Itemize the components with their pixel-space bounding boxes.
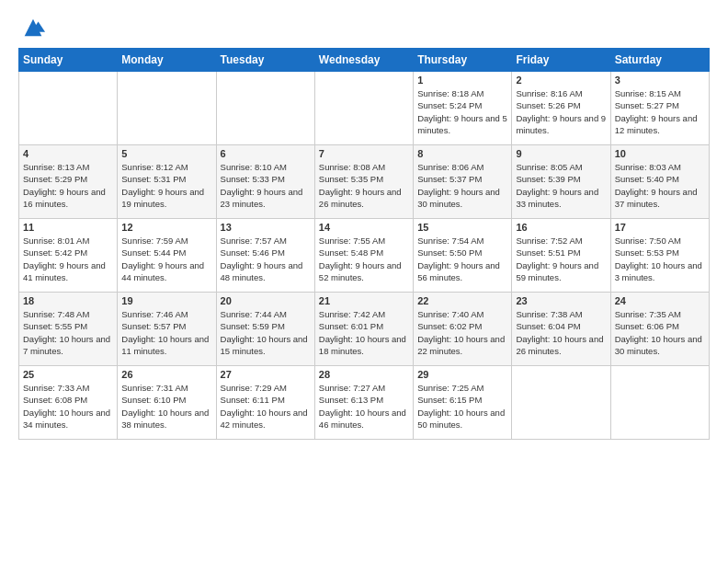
day-info: Sunrise: 7:40 AMSunset: 6:02 PMDaylight:… xyxy=(417,309,505,356)
day-cell: 20Sunrise: 7:44 AMSunset: 5:59 PMDayligh… xyxy=(216,293,314,366)
week-row-4: 25Sunrise: 7:33 AMSunset: 6:08 PMDayligh… xyxy=(19,366,710,440)
day-cell: 4Sunrise: 8:13 AMSunset: 5:29 PMDaylight… xyxy=(19,145,118,219)
week-row-0: 1Sunrise: 8:18 AMSunset: 5:24 PMDaylight… xyxy=(19,72,710,145)
day-number: 20 xyxy=(221,295,311,306)
day-number: 14 xyxy=(319,222,409,233)
day-cell: 12Sunrise: 7:59 AMSunset: 5:44 PMDayligh… xyxy=(118,219,216,293)
day-number: 23 xyxy=(516,295,606,306)
day-number: 4 xyxy=(23,148,113,159)
day-number: 10 xyxy=(615,148,705,159)
day-number: 16 xyxy=(516,222,606,233)
header xyxy=(18,15,710,40)
day-info: Sunrise: 7:31 AMSunset: 6:10 PMDaylight:… xyxy=(121,383,209,430)
day-info: Sunrise: 7:33 AMSunset: 6:08 PMDaylight:… xyxy=(23,383,110,430)
day-info: Sunrise: 7:44 AMSunset: 5:59 PMDaylight:… xyxy=(221,309,308,356)
day-cell: 15Sunrise: 7:54 AMSunset: 5:50 PMDayligh… xyxy=(414,219,512,293)
day-info: Sunrise: 7:59 AMSunset: 5:44 PMDaylight:… xyxy=(121,236,204,282)
day-cell xyxy=(19,72,118,145)
day-info: Sunrise: 7:50 AMSunset: 5:53 PMDaylight:… xyxy=(615,236,702,282)
day-cell: 18Sunrise: 7:48 AMSunset: 5:55 PMDayligh… xyxy=(19,293,118,366)
day-number: 22 xyxy=(417,295,507,306)
day-cell: 7Sunrise: 8:08 AMSunset: 5:35 PMDaylight… xyxy=(314,145,413,219)
day-cell: 6Sunrise: 8:10 AMSunset: 5:33 PMDaylight… xyxy=(216,145,314,219)
day-cell xyxy=(512,366,610,440)
day-info: Sunrise: 8:15 AMSunset: 5:27 PMDaylight:… xyxy=(615,88,698,135)
header-thursday: Thursday xyxy=(414,49,512,72)
page: Sunday Monday Tuesday Wednesday Thursday… xyxy=(0,0,728,563)
header-wednesday: Wednesday xyxy=(314,49,413,72)
calendar-header: Sunday Monday Tuesday Wednesday Thursday… xyxy=(19,49,710,72)
day-cell: 17Sunrise: 7:50 AMSunset: 5:53 PMDayligh… xyxy=(610,219,709,293)
header-row: Sunday Monday Tuesday Wednesday Thursday… xyxy=(19,49,710,72)
day-cell: 1Sunrise: 8:18 AMSunset: 5:24 PMDaylight… xyxy=(414,72,512,145)
day-info: Sunrise: 7:27 AMSunset: 6:13 PMDaylight:… xyxy=(319,383,406,430)
day-cell: 2Sunrise: 8:16 AMSunset: 5:26 PMDaylight… xyxy=(512,72,610,145)
day-number: 7 xyxy=(319,148,409,159)
day-cell xyxy=(610,366,709,440)
day-cell: 16Sunrise: 7:52 AMSunset: 5:51 PMDayligh… xyxy=(512,219,610,293)
day-info: Sunrise: 8:16 AMSunset: 5:26 PMDaylight:… xyxy=(516,88,606,135)
day-number: 26 xyxy=(121,369,211,380)
day-number: 17 xyxy=(615,222,705,233)
day-info: Sunrise: 8:03 AMSunset: 5:40 PMDaylight:… xyxy=(615,162,698,209)
calendar-table: Sunday Monday Tuesday Wednesday Thursday… xyxy=(18,48,710,440)
day-number: 2 xyxy=(516,75,606,86)
week-row-1: 4Sunrise: 8:13 AMSunset: 5:29 PMDaylight… xyxy=(19,145,710,219)
day-info: Sunrise: 7:48 AMSunset: 5:55 PMDaylight:… xyxy=(23,309,110,356)
day-cell: 25Sunrise: 7:33 AMSunset: 6:08 PMDayligh… xyxy=(19,366,118,440)
day-info: Sunrise: 7:38 AMSunset: 6:04 PMDaylight:… xyxy=(516,309,603,356)
day-info: Sunrise: 7:46 AMSunset: 5:57 PMDaylight:… xyxy=(121,309,209,356)
day-cell xyxy=(118,72,216,145)
day-cell: 11Sunrise: 8:01 AMSunset: 5:42 PMDayligh… xyxy=(19,219,118,293)
day-info: Sunrise: 8:06 AMSunset: 5:37 PMDaylight:… xyxy=(417,162,500,209)
day-info: Sunrise: 7:35 AMSunset: 6:06 PMDaylight:… xyxy=(615,309,702,356)
day-info: Sunrise: 7:52 AMSunset: 5:51 PMDaylight:… xyxy=(516,236,598,282)
day-cell: 14Sunrise: 7:55 AMSunset: 5:48 PMDayligh… xyxy=(314,219,413,293)
day-cell: 22Sunrise: 7:40 AMSunset: 6:02 PMDayligh… xyxy=(414,293,512,366)
day-cell: 23Sunrise: 7:38 AMSunset: 6:04 PMDayligh… xyxy=(512,293,610,366)
header-friday: Friday xyxy=(512,49,610,72)
day-number: 29 xyxy=(417,369,507,380)
day-info: Sunrise: 7:25 AMSunset: 6:15 PMDaylight:… xyxy=(417,383,505,430)
day-info: Sunrise: 7:55 AMSunset: 5:48 PMDaylight:… xyxy=(319,236,402,282)
day-number: 28 xyxy=(319,369,409,380)
day-cell: 26Sunrise: 7:31 AMSunset: 6:10 PMDayligh… xyxy=(118,366,216,440)
day-cell: 5Sunrise: 8:12 AMSunset: 5:31 PMDaylight… xyxy=(118,145,216,219)
day-info: Sunrise: 8:10 AMSunset: 5:33 PMDaylight:… xyxy=(221,162,303,209)
day-cell: 29Sunrise: 7:25 AMSunset: 6:15 PMDayligh… xyxy=(414,366,512,440)
calendar-body: 1Sunrise: 8:18 AMSunset: 5:24 PMDaylight… xyxy=(19,72,710,440)
day-cell: 24Sunrise: 7:35 AMSunset: 6:06 PMDayligh… xyxy=(610,293,709,366)
logo-icon xyxy=(20,15,46,40)
day-cell: 3Sunrise: 8:15 AMSunset: 5:27 PMDaylight… xyxy=(610,72,709,145)
day-info: Sunrise: 7:29 AMSunset: 6:11 PMDaylight:… xyxy=(221,383,308,430)
day-info: Sunrise: 8:12 AMSunset: 5:31 PMDaylight:… xyxy=(121,162,204,209)
day-number: 13 xyxy=(221,222,311,233)
day-number: 8 xyxy=(417,148,507,159)
day-info: Sunrise: 8:08 AMSunset: 5:35 PMDaylight:… xyxy=(319,162,402,209)
day-number: 15 xyxy=(417,222,507,233)
day-number: 27 xyxy=(221,369,311,380)
day-number: 25 xyxy=(23,369,113,380)
day-number: 12 xyxy=(121,222,211,233)
day-info: Sunrise: 8:05 AMSunset: 5:39 PMDaylight:… xyxy=(516,162,598,209)
day-number: 11 xyxy=(23,222,113,233)
day-number: 6 xyxy=(221,148,311,159)
day-cell: 10Sunrise: 8:03 AMSunset: 5:40 PMDayligh… xyxy=(610,145,709,219)
day-cell: 21Sunrise: 7:42 AMSunset: 6:01 PMDayligh… xyxy=(314,293,413,366)
header-sunday: Sunday xyxy=(19,49,118,72)
header-saturday: Saturday xyxy=(610,49,709,72)
day-number: 18 xyxy=(23,295,113,306)
day-info: Sunrise: 7:54 AMSunset: 5:50 PMDaylight:… xyxy=(417,236,500,282)
logo xyxy=(18,15,46,40)
day-cell: 9Sunrise: 8:05 AMSunset: 5:39 PMDaylight… xyxy=(512,145,610,219)
day-number: 19 xyxy=(121,295,211,306)
day-cell: 28Sunrise: 7:27 AMSunset: 6:13 PMDayligh… xyxy=(314,366,413,440)
day-cell: 8Sunrise: 8:06 AMSunset: 5:37 PMDaylight… xyxy=(414,145,512,219)
week-row-3: 18Sunrise: 7:48 AMSunset: 5:55 PMDayligh… xyxy=(19,293,710,366)
header-monday: Monday xyxy=(118,49,216,72)
day-cell: 27Sunrise: 7:29 AMSunset: 6:11 PMDayligh… xyxy=(216,366,314,440)
day-cell xyxy=(314,72,413,145)
week-row-2: 11Sunrise: 8:01 AMSunset: 5:42 PMDayligh… xyxy=(19,219,710,293)
day-number: 3 xyxy=(615,75,705,86)
day-info: Sunrise: 8:18 AMSunset: 5:24 PMDaylight:… xyxy=(417,88,507,135)
